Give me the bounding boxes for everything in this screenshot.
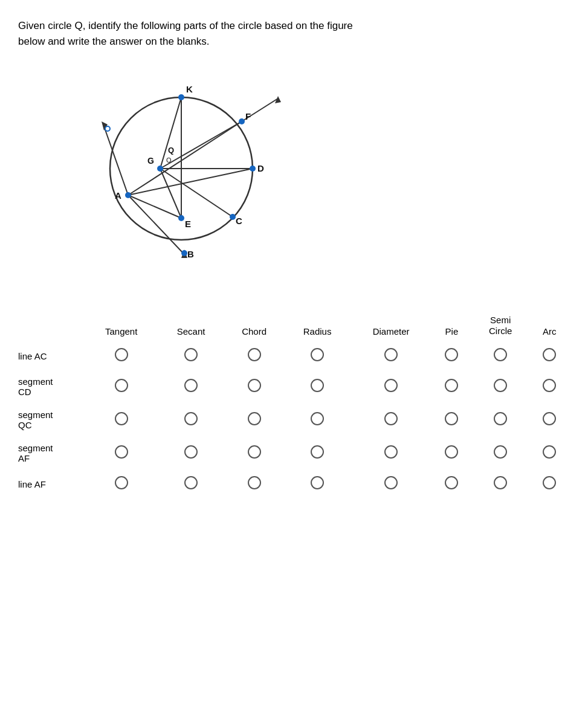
cell-line-af-radius — [284, 470, 351, 498]
table-row-line-af: line AF — [18, 470, 570, 498]
empty-header — [18, 309, 85, 342]
radio-segment-af-tangent[interactable] — [115, 445, 128, 459]
cell-segment-qc-chord — [224, 404, 284, 437]
svg-text:F: F — [245, 111, 251, 121]
radio-line-af-diameter[interactable] — [384, 476, 398, 489]
radio-line-af-arc[interactable] — [543, 476, 556, 489]
radio-segment-qc-radius[interactable] — [311, 412, 324, 425]
radio-segment-cd-chord[interactable] — [248, 379, 261, 392]
svg-point-18 — [239, 118, 245, 124]
cell-segment-cd-tangent — [85, 370, 158, 404]
svg-point-26 — [125, 192, 131, 198]
svg-text:C: C — [236, 216, 242, 226]
radio-segment-af-diameter[interactable] — [384, 445, 398, 459]
radio-segment-qc-arc[interactable] — [543, 412, 556, 425]
radio-segment-cd-radius[interactable] — [311, 379, 324, 392]
radio-line-ac-chord[interactable] — [248, 348, 261, 361]
cell-segment-qc-secant — [158, 404, 224, 437]
col-chord: Chord — [224, 309, 284, 342]
cell-segment-qc-arc — [529, 404, 570, 437]
radio-segment-qc-chord[interactable] — [248, 412, 261, 425]
radio-line-ac-semicircle[interactable] — [494, 348, 507, 361]
cell-segment-cd-chord — [224, 370, 284, 404]
cell-segment-cd-pie — [431, 370, 471, 404]
cell-segment-af-pie — [431, 437, 471, 470]
cell-line-af-diameter — [351, 470, 431, 498]
radio-line-ac-radius[interactable] — [311, 348, 324, 361]
svg-point-24 — [178, 215, 184, 221]
cell-line-ac-radius — [284, 342, 351, 370]
svg-text:E: E — [185, 219, 191, 229]
col-secant: Secant — [158, 309, 224, 342]
cell-segment-af-arc — [529, 437, 570, 470]
radio-segment-af-radius[interactable] — [311, 445, 324, 459]
svg-point-28 — [157, 166, 163, 172]
radio-segment-qc-semicircle[interactable] — [494, 412, 507, 425]
radio-line-af-radius[interactable] — [311, 476, 324, 489]
cell-line-af-arc — [529, 470, 570, 498]
col-diameter: Diameter — [351, 309, 431, 342]
table-row-line-ac: line AC — [18, 342, 570, 370]
radio-segment-cd-arc[interactable] — [543, 379, 556, 392]
cell-segment-cd-semicircle — [472, 370, 529, 404]
row-label-line-ac: line AC — [18, 342, 85, 370]
cell-segment-af-tangent — [85, 437, 158, 470]
radio-segment-af-secant[interactable] — [184, 445, 198, 459]
col-tangent: Tangent — [85, 309, 158, 342]
svg-text:O: O — [166, 156, 172, 164]
radio-line-af-secant[interactable] — [184, 476, 198, 489]
cell-line-ac-tangent — [85, 342, 158, 370]
radio-line-ac-pie[interactable] — [445, 348, 458, 361]
cell-segment-qc-tangent — [85, 404, 158, 437]
svg-text:B: B — [187, 249, 194, 259]
radio-segment-cd-semicircle[interactable] — [494, 379, 507, 392]
col-semicircle: SemiCircle — [472, 309, 529, 342]
radio-segment-qc-secant[interactable] — [184, 412, 198, 425]
column-headers: Tangent Secant Chord Radius Diameter Pie… — [18, 309, 570, 342]
radio-segment-af-arc[interactable] — [543, 445, 556, 459]
radio-line-af-tangent[interactable] — [115, 476, 128, 489]
cell-segment-qc-pie — [431, 404, 471, 437]
radio-segment-cd-tangent[interactable] — [115, 379, 128, 392]
cell-segment-cd-diameter — [351, 370, 431, 404]
radio-segment-af-chord[interactable] — [248, 445, 261, 459]
radio-segment-af-pie[interactable] — [445, 445, 458, 459]
radio-segment-cd-secant[interactable] — [184, 379, 198, 392]
cell-segment-af-diameter — [351, 437, 431, 470]
radio-line-ac-secant[interactable] — [184, 348, 198, 361]
cell-line-ac-secant — [158, 342, 224, 370]
cell-segment-cd-arc — [529, 370, 570, 404]
diagram-area: K F D C E A G Q O B — [54, 61, 570, 291]
table-row-segment-cd: segmentCD — [18, 370, 570, 404]
radio-segment-af-semicircle[interactable] — [494, 445, 507, 459]
radio-line-ac-tangent[interactable] — [115, 348, 128, 361]
cell-line-ac-diameter — [351, 342, 431, 370]
circle-diagram: K F D C E A G Q O B — [54, 61, 308, 291]
radio-segment-qc-pie[interactable] — [445, 412, 458, 425]
radio-segment-cd-pie[interactable] — [445, 379, 458, 392]
svg-point-32 — [181, 250, 187, 256]
svg-line-1 — [104, 126, 128, 195]
radio-line-af-pie[interactable] — [445, 476, 458, 489]
cell-line-ac-chord — [224, 342, 284, 370]
cell-line-af-tangent — [85, 470, 158, 498]
cell-line-af-pie — [431, 470, 471, 498]
radio-line-af-chord[interactable] — [248, 476, 261, 489]
instructions: Given circle Q, identify the following p… — [18, 18, 441, 49]
row-label-line-af: line AF — [18, 470, 85, 498]
cell-line-ac-semicircle — [472, 342, 529, 370]
svg-text:G: G — [147, 156, 154, 166]
radio-line-af-semicircle[interactable] — [494, 476, 507, 489]
col-radius: Radius — [284, 309, 351, 342]
radio-segment-qc-diameter[interactable] — [384, 412, 398, 425]
radio-line-ac-diameter[interactable] — [384, 348, 398, 361]
cell-segment-cd-radius — [284, 370, 351, 404]
svg-text:K: K — [186, 84, 193, 94]
cell-line-af-secant — [158, 470, 224, 498]
radio-segment-qc-tangent[interactable] — [115, 412, 128, 425]
radio-segment-cd-diameter[interactable] — [384, 379, 398, 392]
cell-segment-af-semicircle — [472, 437, 529, 470]
svg-point-20 — [250, 166, 256, 172]
cell-line-af-chord — [224, 470, 284, 498]
radio-line-ac-arc[interactable] — [543, 348, 556, 361]
